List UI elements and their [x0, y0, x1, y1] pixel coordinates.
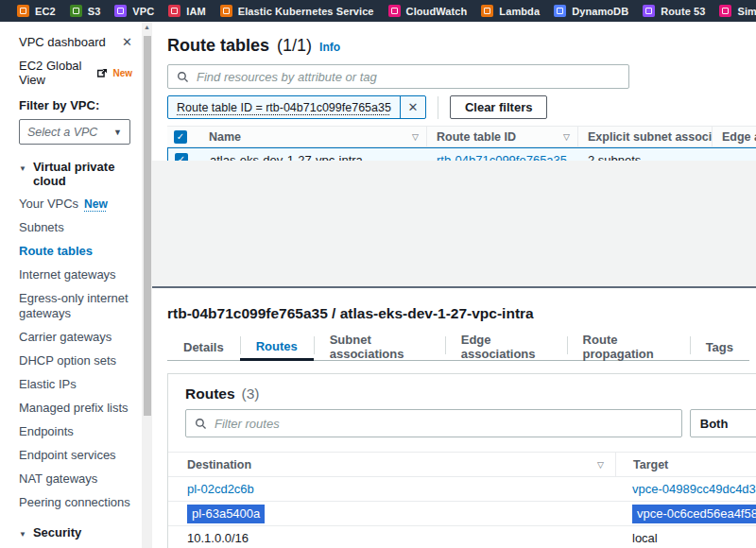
close-icon[interactable]: ✕	[122, 36, 132, 48]
route-row[interactable]: pl-02cd2c6b vpce-04989cc49dc4d3eb9	[168, 477, 756, 502]
tab-subnet-associations[interactable]: Subnet associations	[314, 334, 445, 360]
topbar-item-route53[interactable]: Route 53	[643, 5, 705, 17]
sidebar-item-egress-only-internet-gateways[interactable]: Egress-only internet gateways	[19, 291, 130, 321]
sidebar-item-dhcp-option-sets[interactable]: DHCP option sets	[19, 353, 130, 368]
vertical-scrollbar[interactable]: ▲	[142, 22, 152, 548]
column-header-route-table-id[interactable]: Route table ID	[437, 130, 516, 144]
sidebar-item-label: Peering connections	[19, 495, 130, 510]
routes-table: Destination▽ Target pl-02cd2c6b vpce-049…	[168, 452, 756, 548]
column-header-name[interactable]: Name	[209, 130, 241, 144]
page-count: (1/1)	[277, 36, 312, 56]
column-header-target[interactable]: Target	[633, 458, 668, 471]
sidebar-item-ec2-global-view[interactable]: EC2 Global View New	[19, 59, 132, 87]
route-row[interactable]: 10.1.0.0/16 local	[168, 526, 756, 548]
sidebar-item-label: Subnets	[19, 220, 64, 235]
topbar-item-s3[interactable]: S3	[70, 5, 101, 17]
tab-routes[interactable]: Routes	[240, 334, 314, 361]
topbar-item-label: S3	[88, 6, 101, 17]
sidebar-item-your-vpcs[interactable]: Your VPCsNew	[19, 197, 130, 212]
topbar-item-label: CloudWatch	[406, 6, 468, 17]
search-placeholder: Find resources by attribute or tag	[197, 70, 377, 84]
tab-label: Edge associations	[461, 333, 551, 361]
cloudwatch-service-icon	[388, 5, 401, 17]
route-row[interactable]: pl-63a5400a vpce-0c6ced56ea4f58b70	[168, 502, 756, 526]
topbar-item-label: VPC	[132, 6, 154, 17]
vpc-service-icon	[114, 5, 127, 17]
sidebar-item-subnets[interactable]: Subnets	[19, 220, 130, 235]
topbar-item-vpc[interactable]: VPC	[114, 5, 154, 17]
tab-label: Route propagation	[583, 333, 674, 361]
route-table-detail-pane: rtb-04b71c099fe765a35 / atlas-eks-dev-1-…	[152, 288, 756, 548]
sidebar-item-internet-gateways[interactable]: Internet gateways	[19, 267, 130, 283]
routes-filter-input[interactable]: Filter routes	[185, 409, 682, 437]
column-header-destination[interactable]: Destination	[187, 458, 251, 471]
sort-icon[interactable]: ▽	[563, 132, 570, 142]
iam-service-icon	[168, 5, 180, 17]
sort-icon[interactable]: ▽	[597, 460, 604, 470]
topbar-item-label: Lambda	[499, 6, 540, 17]
sidebar-item-label: Your VPCs	[19, 197, 78, 212]
destination-link-selected[interactable]: pl-63a5400a	[187, 505, 265, 523]
lambda-service-icon	[481, 5, 493, 17]
tab-tags[interactable]: Tags	[690, 334, 749, 360]
tab-route-propagation[interactable]: Route propagation	[567, 334, 690, 360]
remove-filter-icon[interactable]: ✕	[400, 96, 425, 118]
sidebar-item-nat-gateways[interactable]: NAT gateways	[19, 471, 130, 487]
select-all-checkbox[interactable]: ✓	[174, 130, 187, 144]
sidebar-item-label: NAT gateways	[19, 471, 97, 487]
external-link-icon	[97, 68, 108, 78]
clear-filters-button[interactable]: Clear filters	[450, 95, 548, 119]
section-caret-icon: ▼	[19, 530, 26, 539]
sidebar-item-label: Elastic IPs	[19, 377, 77, 392]
vpc-select-placeholder: Select a VPC	[27, 126, 97, 139]
column-header-explicit-subnet-associations[interactable]: Explicit subnet associati...	[588, 130, 712, 144]
tab-details[interactable]: Details	[167, 334, 240, 360]
sidebar-item-managed-prefix-lists[interactable]: Managed prefix lists	[19, 401, 130, 416]
topbar-item-label: Simple Queue Service	[737, 6, 756, 17]
destination-value: 10.1.0.0/16	[187, 531, 249, 545]
vpc-select[interactable]: Select a VPC ▼	[19, 119, 130, 145]
topbar-item-eks[interactable]: Elastic Kubernetes Service	[220, 5, 374, 17]
scrollbar-up-arrow-icon[interactable]: ▲	[142, 24, 152, 30]
resource-search-input[interactable]: Find resources by attribute or tag	[167, 64, 629, 89]
sidebar-item-route-tables[interactable]: Route tables	[19, 244, 130, 259]
topbar-item-iam[interactable]: IAM	[168, 5, 205, 17]
routes-filter-placeholder: Filter routes	[215, 417, 280, 431]
info-link[interactable]: Info	[319, 41, 340, 54]
topbar-item-sqs[interactable]: Simple Queue Service	[719, 5, 756, 17]
filter-token-label[interactable]: Route table ID = rtb-04b71c099fe765a35	[168, 96, 400, 118]
routes-mode-select[interactable]: Both	[690, 409, 756, 437]
column-header-edge-associations[interactable]: Edge as	[722, 130, 756, 144]
topbar-item-lambda[interactable]: Lambda	[481, 5, 540, 17]
sort-icon[interactable]: ▽	[412, 132, 419, 142]
tab-edge-associations[interactable]: Edge associations	[445, 334, 567, 360]
sidebar-item-elastic-ips[interactable]: Elastic IPs	[19, 377, 130, 392]
s3-service-icon	[70, 5, 82, 17]
main-content: Route tables (1/1) Info Find resources b…	[152, 22, 756, 548]
sidebar-item-carrier-gateways[interactable]: Carrier gateways	[19, 330, 130, 345]
destination-link[interactable]: pl-02cd2c6b	[187, 482, 254, 496]
topbar-item-ec2[interactable]: EC2	[17, 5, 56, 17]
target-link-selected[interactable]: vpce-0c6ced56ea4f58b70	[632, 505, 756, 523]
dynamodb-service-icon	[554, 5, 566, 17]
target-link[interactable]: vpce-04989cc49dc4d3eb9	[632, 482, 756, 496]
empty-table-area	[152, 161, 756, 286]
sidebar-item-vpc-dashboard[interactable]: VPC dashboard	[19, 35, 106, 49]
section-title: Security	[33, 525, 81, 539]
sidebar-item-label: Managed prefix lists	[19, 401, 129, 416]
scrollbar-thumb[interactable]	[144, 36, 151, 416]
routes-mode-value: Both	[700, 417, 729, 431]
sidebar-item-endpoint-services[interactable]: Endpoint services	[19, 448, 130, 463]
sidebar-item-label: Endpoints	[19, 424, 74, 439]
sidebar-item-label: Egress-only internet gateways	[19, 291, 130, 321]
sidebar-section-security[interactable]: ▼ Security	[19, 525, 132, 539]
sidebar-item-peering-connections[interactable]: Peering connections	[19, 495, 130, 510]
tab-label: Details	[183, 340, 224, 354]
topbar-item-dynamodb[interactable]: DynamoDB	[554, 5, 628, 17]
sidebar-section-virtual-private-cloud[interactable]: ▼ Virtual private cloud	[19, 160, 132, 188]
search-icon	[195, 418, 207, 430]
tab-label: Tags	[706, 340, 733, 354]
topbar-item-label: Elastic Kubernetes Service	[238, 6, 374, 17]
topbar-item-cloudwatch[interactable]: CloudWatch	[388, 5, 468, 17]
sidebar-item-endpoints[interactable]: Endpoints	[19, 424, 130, 439]
